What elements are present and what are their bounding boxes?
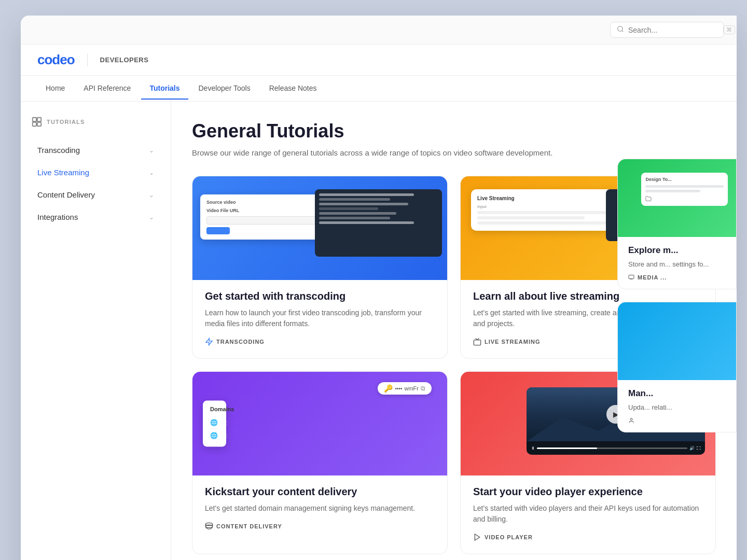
card-transcoding[interactable]: Source video Video File URL: [192, 176, 448, 359]
live-mock-line3: [477, 221, 607, 225]
domains-container: Domains 🌐 ⋮ 🌐 ⋮: [203, 401, 241, 447]
content-delivery-tag-label: CONTENT DELIVERY: [216, 523, 282, 529]
domains-title: Domains: [210, 406, 219, 412]
partial-card-manage[interactable]: Man... Upda... relati...: [617, 302, 737, 432]
code-line-7: [319, 221, 414, 224]
sidebar-item-transcoding[interactable]: Transcoding ⌄: [31, 140, 160, 160]
live-streaming-tag-icon: [473, 338, 481, 346]
content-area: General Tutorials Browse our wide range …: [171, 102, 737, 560]
progress-bar: [537, 447, 687, 449]
globe-icon-1: 🌐: [210, 419, 218, 426]
card-content-delivery-body: Kickstart your content delivery Let's ge…: [192, 475, 447, 543]
svg-marker-11: [475, 534, 479, 540]
code-line-5: [319, 212, 396, 215]
browser-window: ⌘ codeo DEVELOPERS Home API Reference Tu…: [21, 16, 737, 560]
chevron-down-icon: ⌄: [149, 147, 154, 154]
dt-icons: [645, 195, 724, 202]
partial-card-manage-body: Man... Upda... relati...: [618, 380, 736, 432]
card-video-player-body: Start your video player experience Let's…: [461, 475, 715, 554]
transcoding-mock: Source video Video File URL: [192, 176, 447, 280]
card-transcoding-desc: Learn how to launch your first video tra…: [205, 307, 435, 329]
dt-line-2: [645, 190, 700, 192]
source-button-mock: [206, 227, 230, 234]
sidebar-section-title: TUTORIALS: [47, 119, 85, 125]
content-delivery-tag-icon: [205, 522, 213, 530]
sidebar-label-transcoding: Transcoding: [37, 146, 80, 155]
tab-developer-tools[interactable]: Developer Tools: [190, 78, 259, 100]
partial-card-manage-tag: [628, 417, 726, 424]
sidebar-item-live-streaming[interactable]: Live Streaming ⌄: [31, 162, 160, 183]
partial-card-explore-desc: Store and m... settings fo...: [628, 260, 726, 269]
card-video-player-desc: Let's started with video players and the…: [473, 503, 703, 525]
sidebar-label-content-delivery: Content Delivery: [37, 190, 95, 199]
video-player-tag-label: VIDEO PLAYER: [485, 534, 533, 540]
partial-card-explore-image: Design To...: [618, 159, 736, 237]
section-label: DEVELOPERS: [100, 56, 149, 64]
main-layout: TUTORIALS Transcoding ⌄ Live Streaming ⌄…: [21, 102, 737, 560]
sidebar-item-content-delivery[interactable]: Content Delivery ⌄: [31, 185, 160, 205]
partial-card-manage-desc: Upda... relati...: [628, 403, 726, 412]
partial-card-explore[interactable]: Design To... Explore m... Store and m...…: [617, 159, 737, 289]
code-line-2: [319, 198, 391, 201]
video-player-tag-icon: [473, 533, 481, 541]
design-tools-mock: Design To...: [641, 173, 728, 206]
nav-tabs: Home API Reference Tutorials Developer T…: [21, 76, 737, 102]
key-icon-area: 🔑 •••• wmFr ⧉: [378, 382, 432, 395]
partial-card-explore-tag: MEDIA ...: [628, 274, 726, 281]
page-subtitle: Browse our wide range of general tutoria…: [192, 148, 555, 157]
design-tools-label: Design To...: [645, 177, 724, 182]
user-tag-icon: [628, 417, 634, 424]
logo-area: codeo DEVELOPERS: [37, 52, 148, 68]
tab-home[interactable]: Home: [37, 78, 73, 100]
svg-rect-6: [474, 340, 480, 345]
right-overflow-cards: Design To... Explore m... Store and m...…: [617, 159, 737, 445]
transcoding-tag-label: TRANSCODING: [216, 339, 265, 345]
key-icon: 🔑: [384, 384, 393, 393]
card-content-delivery-title: Kickstart your content delivery: [205, 486, 435, 498]
domains-card: Domains 🌐 ⋮ 🌐 ⋮: [203, 401, 226, 447]
pause-icon: ⏸: [531, 446, 535, 451]
sidebar-label-live-streaming: Live Streaming: [37, 168, 89, 177]
keyboard-shortcut: ⌘: [723, 25, 735, 34]
svg-rect-4: [37, 122, 41, 126]
code-line-3: [319, 203, 408, 205]
card-content-delivery[interactable]: 🔑 •••• wmFr ⧉ Domains 🌐 ⋮: [192, 371, 448, 554]
search-bar[interactable]: ⌘: [610, 22, 724, 38]
card-video-player-title: Start your video player experience: [473, 486, 703, 498]
top-bar: ⌘: [21, 16, 737, 45]
partial-card-manage-image: [618, 302, 736, 380]
card-transcoding-image: Source video Video File URL: [192, 176, 447, 280]
svg-rect-3: [33, 122, 36, 126]
copy-icon: ⧉: [421, 385, 425, 392]
fullscreen-icon: ⛶: [697, 446, 701, 451]
domain-row-1: 🌐 ⋮: [210, 416, 219, 429]
chevron-down-icon: ⌄: [149, 169, 154, 176]
sidebar-label-integrations: Integrations: [37, 213, 78, 221]
logo: codeo: [37, 52, 75, 68]
search-input[interactable]: [628, 26, 719, 34]
tutorials-icon: [31, 116, 43, 128]
header-divider: [87, 54, 88, 66]
tab-release-notes[interactable]: Release Notes: [261, 78, 325, 100]
tab-api-reference[interactable]: API Reference: [75, 78, 139, 100]
card-transcoding-title: Get started with transcoding: [205, 290, 435, 302]
svg-marker-5: [206, 338, 212, 345]
domain-more-1: ⋮: [224, 419, 229, 425]
domain-more-2: ⋮: [224, 432, 229, 438]
code-line-1: [319, 193, 414, 196]
partial-card-manage-title: Man...: [628, 388, 726, 399]
tab-tutorials[interactable]: Tutorials: [141, 78, 188, 100]
card-transcoding-tag: TRANSCODING: [205, 338, 265, 346]
key-suffix: wmFr: [405, 385, 419, 391]
svg-rect-14: [629, 275, 634, 279]
svg-rect-2: [37, 118, 41, 121]
media-tag-label: MEDIA ...: [638, 274, 667, 281]
sidebar: TUTORIALS Transcoding ⌄ Live Streaming ⌄…: [21, 102, 171, 560]
live-mock-line2: [477, 216, 585, 219]
card-video-player-tag: VIDEO PLAYER: [473, 533, 533, 541]
dt-line-1: [645, 185, 724, 188]
globe-icon-2: 🌐: [210, 432, 218, 439]
card-content-delivery-tag: CONTENT DELIVERY: [205, 522, 282, 530]
progress-fill: [537, 447, 597, 449]
sidebar-item-integrations[interactable]: Integrations ⌄: [31, 207, 160, 227]
